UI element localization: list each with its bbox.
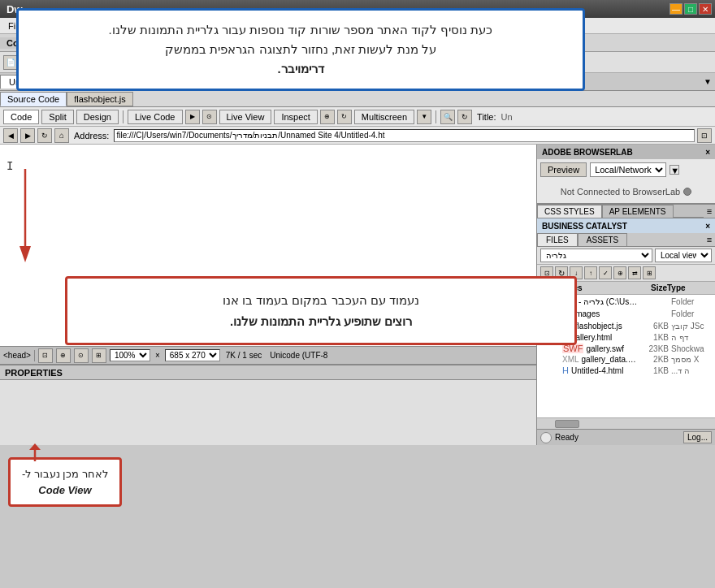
source-code-tab[interactable]: Source Code xyxy=(0,92,67,106)
status-sep-text: × xyxy=(154,351,162,360)
properties-content xyxy=(0,380,536,445)
bottom-status-bar: Ready Log... xyxy=(537,429,715,445)
title-controls: — □ ✕ xyxy=(670,3,712,15)
browserlab-title: ADOBE BROWSERLAB xyxy=(542,148,633,157)
maximize-button[interactable]: □ xyxy=(684,3,697,15)
status-icon2[interactable]: ⊕ xyxy=(56,348,71,363)
close-button[interactable]: ✕ xyxy=(699,3,712,15)
back-icon[interactable]: ◀ xyxy=(3,128,18,143)
file-type-images: Folder xyxy=(671,309,712,318)
files-panel-options[interactable]: ≡ xyxy=(704,233,715,246)
file-size-untitled: 1KB xyxy=(640,366,669,375)
refresh-icon[interactable]: ↻ xyxy=(37,128,52,143)
live-view-button[interactable]: Live View xyxy=(219,110,272,124)
properties-header: PROPERTIES xyxy=(0,365,536,380)
home-icon[interactable]: ⌂ xyxy=(54,128,69,143)
address-go-icon[interactable]: ⊡ xyxy=(697,128,712,143)
preview-row: Preview Local/Network ▼ xyxy=(537,159,715,180)
view-select[interactable]: Local view xyxy=(655,249,712,262)
business-catalyst-header: BUSINESS CATALYST × xyxy=(537,218,715,233)
multiscreen-button[interactable]: Multiscreen xyxy=(354,110,414,124)
zoom-select[interactable]: 100% 150% 200% xyxy=(110,349,150,361)
checkout-icon[interactable]: ⊕ xyxy=(613,266,626,279)
split-button[interactable]: Split xyxy=(41,110,73,124)
css-styles-tab[interactable]: CSS STYLES xyxy=(537,205,602,218)
current-tag: <head> xyxy=(3,351,31,360)
forward-icon[interactable]: ▶ xyxy=(20,128,35,143)
filter-icon[interactable]: ▼ xyxy=(700,75,715,89)
scrollbar-thumb[interactable] xyxy=(555,420,579,428)
horizontal-scrollbar[interactable] xyxy=(537,417,715,429)
callout-bottom-text: לאחר מכן נעבור ל- Code View xyxy=(19,466,111,498)
address-label: Address: xyxy=(72,131,111,141)
properties-title: PROPERTIES xyxy=(5,368,63,378)
status-icon1[interactable]: ⊡ xyxy=(38,348,53,363)
log-button[interactable]: Log... xyxy=(683,431,712,443)
col-size: Size xyxy=(639,283,667,292)
browserlab-close[interactable]: × xyxy=(705,148,710,157)
files-tab[interactable]: FILES xyxy=(537,233,578,246)
not-connected-status: Not Connected to BrowserLab xyxy=(537,180,715,203)
view-icon1[interactable]: ▶ xyxy=(185,110,200,124)
callout-bottom-arrow xyxy=(27,443,43,463)
file-item-xml[interactable]: XML gallery_data.xml 2KB מסמך X xyxy=(537,354,715,365)
code-design-toolbar: Code Split Design Live Code ▶ ⊙ Live Vie… xyxy=(0,107,715,127)
flashobject-tab[interactable]: flashobject.js xyxy=(67,92,133,106)
network-select[interactable]: Local/Network xyxy=(590,162,666,177)
address-input[interactable] xyxy=(114,129,695,142)
file-size-gallery-html: 1KB xyxy=(640,333,669,342)
live-code-button[interactable]: Live Code xyxy=(128,110,183,124)
sync-files-icon[interactable]: ⇄ xyxy=(628,266,641,279)
dimensions-select[interactable]: 685 x 270 xyxy=(165,349,220,361)
file-item-untitled[interactable]: H Untitled-4.html 1KB ...ה ד xyxy=(537,365,715,376)
main-window: Dw — □ ✕ File Common Layout Forms Data S… xyxy=(0,0,715,588)
sync-icon[interactable]: ↻ xyxy=(457,110,472,124)
ap-elements-tab[interactable]: AP ELEMENTS xyxy=(602,205,674,218)
file-name-xml: gallery_data.xml xyxy=(582,355,638,364)
callout-top: כעת נוסיף לקוד האתר מספר שורות קוד נוספו… xyxy=(16,8,585,91)
sep-view xyxy=(123,110,124,123)
files-tabs-row: FILES ASSETS ≡ xyxy=(537,233,715,247)
encoding: Unicode (UTF-8 xyxy=(267,351,330,360)
file-size-swf: 23KB xyxy=(640,344,669,353)
xml-file-icon: XML xyxy=(562,355,579,364)
minimize-button[interactable]: — xyxy=(670,3,682,15)
file-size-xml: 2KB xyxy=(640,355,669,364)
properties-panel: PROPERTIES xyxy=(0,364,536,445)
source-tab-row: Source Code flashobject.js xyxy=(0,91,715,107)
file-type-gallery-html: דף ה xyxy=(671,333,712,342)
assets-tab[interactable]: ASSETS xyxy=(578,233,627,246)
design-button[interactable]: Design xyxy=(76,110,119,124)
status-icon3[interactable]: ⊙ xyxy=(74,348,89,363)
status-sep1 xyxy=(34,350,35,361)
network-dropdown-icon[interactable]: ▼ xyxy=(670,165,679,175)
code-button[interactable]: Code xyxy=(3,110,39,124)
title-label: Title: xyxy=(474,112,498,122)
files-controls: גלריה Local view xyxy=(537,247,715,265)
file-name-untitled: Untitled-4.html xyxy=(571,366,638,375)
inspect-button[interactable]: Inspect xyxy=(274,110,317,124)
bc-close[interactable]: × xyxy=(705,222,710,231)
preview-button[interactable]: Preview xyxy=(540,162,587,177)
css-tabs-row: CSS STYLES AP ELEMENTS ≡ xyxy=(537,203,715,218)
view-icon2[interactable]: ⊙ xyxy=(202,110,217,124)
status-icon4[interactable]: ⊞ xyxy=(92,348,106,363)
zoom-in-icon[interactable]: 🔍 xyxy=(440,110,455,124)
connection-status-circle xyxy=(683,188,691,196)
inspect-icon1[interactable]: ⊕ xyxy=(320,110,335,124)
callout-top-text: כעת נוסיף לקוד האתר מספר שורות קוד נוספו… xyxy=(32,20,570,79)
file-size-flash: 6KB xyxy=(640,322,669,331)
expand-files-icon[interactable]: ⊞ xyxy=(643,266,656,279)
inspect-icon2[interactable]: ↻ xyxy=(337,110,352,124)
col-type: Type xyxy=(667,283,712,292)
callout-bottom: לאחר מכן נעבור ל- Code View xyxy=(8,457,122,507)
checkin-icon[interactable]: ✓ xyxy=(599,266,612,279)
put-icon[interactable]: ↑ xyxy=(584,266,597,279)
site-select[interactable]: גלריה xyxy=(540,249,652,262)
multiscreen-arrow[interactable]: ▼ xyxy=(417,110,431,124)
file-type-untitled: ...ה ד xyxy=(671,366,712,375)
svg-marker-3 xyxy=(29,443,41,450)
file-name-swf: gallery.swf xyxy=(586,344,638,353)
css-panel-options[interactable]: ≡ xyxy=(704,205,715,218)
svg-marker-1 xyxy=(20,246,31,262)
